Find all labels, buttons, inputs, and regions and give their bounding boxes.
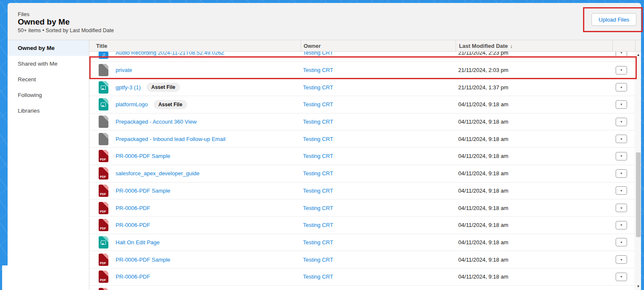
image-glyph-icon (101, 102, 106, 107)
owner-link[interactable]: Testing CRT (303, 136, 333, 142)
owner-link[interactable]: Testing CRT (303, 273, 333, 280)
row-actions-dropdown-button[interactable]: ▼ (616, 152, 627, 160)
sidebar-item-shared-with-me[interactable]: Shared with Me (8, 56, 89, 72)
pdf-label: PDF (100, 175, 106, 178)
last-modified-value: 04/11/2024, 9:18 am (458, 222, 508, 228)
vertical-scrollbar[interactable]: ▲ ▼ (636, 52, 641, 290)
pdf-file-icon: PDF (99, 288, 108, 290)
row-actions-dropdown-button[interactable]: ▼ (616, 52, 627, 57)
table-body: ♫Audio Recording 2024-11-21T08.52.49.026… (89, 52, 635, 290)
list-summary: 50+ items • Sorted by Last Modified Date (18, 28, 114, 33)
pdf-file-icon: PDF (99, 254, 108, 266)
column-header-title[interactable]: Title (89, 40, 301, 51)
dropdown-arrow-icon: ▼ (620, 241, 623, 244)
file-title-link[interactable]: private (116, 67, 132, 73)
row-actions-dropdown-button[interactable]: ▼ (616, 135, 627, 143)
scrollbar-thumb[interactable] (636, 152, 641, 237)
scroll-up-icon[interactable]: ▲ (636, 53, 641, 57)
scroll-down-icon[interactable]: ▼ (636, 285, 641, 288)
files-filter-sidebar: Owned by MeShared with MeRecentFollowing… (8, 40, 89, 290)
file-row: PDFPR-0006-PDF SampleTesting CRT04/11/20… (89, 251, 635, 268)
owner-link[interactable]: Testing CRT (303, 239, 333, 246)
file-title-link[interactable]: platformLogo (116, 101, 148, 108)
file-title-link[interactable]: Audio Recording 2024-11-21T08.52.49.026Z (116, 52, 224, 56)
owner-link[interactable]: Testing CRT (303, 52, 333, 56)
column-header-owner[interactable]: Owner (301, 40, 456, 51)
owner-link[interactable]: Testing CRT (303, 101, 333, 108)
row-actions-dropdown-button[interactable]: ▼ (616, 83, 627, 91)
dropdown-arrow-icon: ▼ (620, 138, 623, 141)
file-row: PDF (89, 286, 635, 290)
row-actions-dropdown-button[interactable]: ▼ (616, 238, 627, 246)
file-row: PDFPR-0006-PDFTesting CRT04/11/2024, 9:1… (89, 199, 635, 217)
pdf-label: PDF (100, 262, 106, 265)
dropdown-arrow-icon: ▼ (620, 275, 623, 278)
owner-link[interactable]: Testing CRT (303, 170, 333, 177)
owner-link[interactable]: Testing CRT (303, 67, 333, 73)
desktop-background: { "colors": { "frame_blue": "#2e93e6", "… (0, 0, 644, 290)
last-modified-value: 04/11/2024, 9:18 am (458, 153, 508, 159)
last-modified-value: 04/11/2024, 9:18 am (458, 239, 508, 246)
row-actions-dropdown-button[interactable]: ▼ (616, 273, 627, 281)
file-title-link[interactable]: PR-0006-PDF Sample (116, 257, 170, 263)
sidebar-item-following[interactable]: Following (8, 87, 89, 103)
pdf-label: PDF (100, 158, 106, 161)
pdf-file-icon: PDF (99, 219, 108, 231)
file-title-link[interactable]: PR-0006-PDF Sample (116, 188, 170, 194)
pdf-file-icon: PDF (99, 185, 108, 197)
row-actions-dropdown-button[interactable]: ▼ (616, 118, 627, 126)
page-title: Owned by Me (18, 17, 69, 27)
owner-link[interactable]: Testing CRT (303, 205, 333, 211)
last-modified-value: 04/11/2024, 9:18 am (458, 257, 508, 263)
image-file-icon (99, 236, 108, 249)
window-edge (2, 265, 8, 290)
row-actions-dropdown-button[interactable]: ▼ (616, 186, 627, 195)
pdf-label: PDF (100, 210, 106, 213)
sidebar-item-libraries[interactable]: Libraries (8, 103, 89, 119)
file-row: platformLogoAsset FileTesting CRT04/11/2… (89, 96, 635, 113)
owner-link[interactable]: Testing CRT (303, 153, 333, 159)
file-title-link[interactable]: PR-0006-PDF Sample (116, 153, 170, 159)
owner-link[interactable]: Testing CRT (303, 84, 333, 91)
asset-file-badge: Asset File (154, 100, 187, 109)
column-header-last-modified[interactable]: Last Modified Date ↓ (456, 40, 612, 51)
sidebar-item-owned-by-me[interactable]: Owned by Me (8, 40, 89, 56)
file-title-link[interactable]: PR-0006-PDF (116, 273, 150, 280)
file-title-link[interactable]: PR-0006-PDF (116, 222, 150, 228)
column-header-actions (612, 40, 635, 51)
row-actions-dropdown-button[interactable]: ▼ (616, 100, 627, 109)
file-title-link[interactable]: Halt On Edit Page (116, 239, 160, 246)
last-modified-value: 21/11/2024, 1:37 pm (458, 84, 508, 91)
pdf-label: PDF (100, 227, 106, 230)
file-title-link[interactable]: Prepackaged - Account 360 View (116, 119, 196, 125)
row-actions-dropdown-button[interactable]: ▼ (616, 66, 627, 75)
sidebar-item-recent[interactable]: Recent (8, 72, 89, 87)
owner-link[interactable]: Testing CRT (303, 119, 333, 125)
image-glyph-icon (101, 240, 106, 245)
column-header-spacer (635, 40, 641, 51)
dropdown-arrow-icon: ▼ (620, 52, 623, 54)
generic-file-icon (99, 64, 108, 76)
row-actions-dropdown-button[interactable]: ▼ (616, 255, 627, 264)
pdf-label: PDF (100, 279, 106, 282)
owner-link[interactable]: Testing CRT (303, 257, 333, 263)
file-title-link[interactable]: Prepackaged - Inbound lead Follow-up Ema… (116, 136, 225, 142)
upload-files-button[interactable]: Upload Files (591, 13, 636, 26)
owner-link[interactable]: Testing CRT (303, 188, 333, 194)
file-title-link[interactable]: gptfy-3 (1) (116, 84, 141, 91)
audio-file-icon: ♫ (99, 52, 108, 59)
last-modified-value: 04/11/2024, 9:18 am (458, 205, 508, 211)
dropdown-arrow-icon: ▼ (620, 258, 623, 261)
file-title-link[interactable]: PR-0006-PDF (116, 205, 150, 211)
image-file-icon (99, 98, 108, 110)
last-modified-value: 04/11/2024, 9:18 am (458, 188, 508, 194)
owner-link[interactable]: Testing CRT (303, 222, 333, 228)
row-actions-dropdown-button[interactable]: ▼ (616, 169, 627, 178)
row-actions-dropdown-button[interactable]: ▼ (616, 204, 627, 212)
file-row: Prepackaged - Inbound lead Follow-up Ema… (89, 130, 635, 148)
file-title-link[interactable]: salesforce_apex_developer_guide (116, 170, 199, 177)
file-row: PDFPR-0006-PDFTesting CRT04/11/2024, 9:1… (89, 217, 635, 234)
row-actions-dropdown-button[interactable]: ▼ (616, 221, 627, 229)
last-modified-value: 04/11/2024, 9:18 am (458, 170, 508, 177)
page-header: Files Owned by Me 50+ items • Sorted by … (8, 3, 641, 40)
